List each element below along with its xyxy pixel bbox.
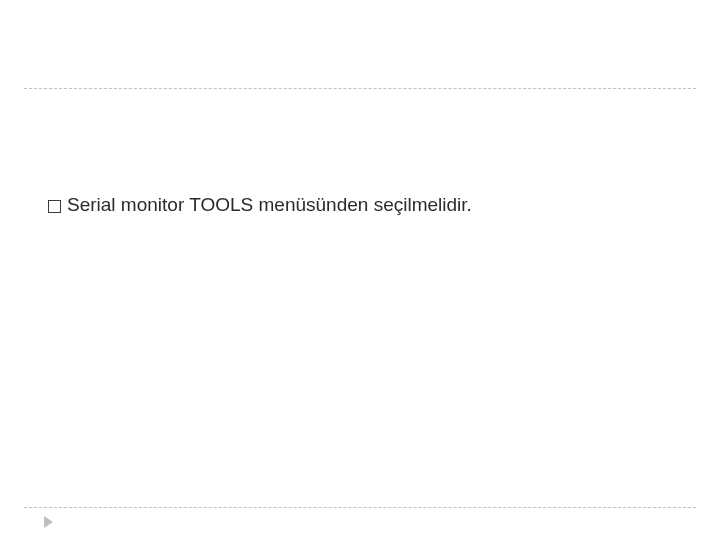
- bullet-line: Serial monitor TOOLS menüsünden seçilmel…: [48, 193, 672, 218]
- slide-content: Serial monitor TOOLS menüsünden seçilmel…: [48, 193, 672, 218]
- top-divider: [24, 88, 696, 89]
- arrow-right-icon: [44, 516, 53, 528]
- bottom-divider: [24, 507, 696, 508]
- bullet-text: Serial monitor TOOLS menüsünden seçilmel…: [67, 193, 472, 218]
- square-bullet-icon: [48, 200, 61, 213]
